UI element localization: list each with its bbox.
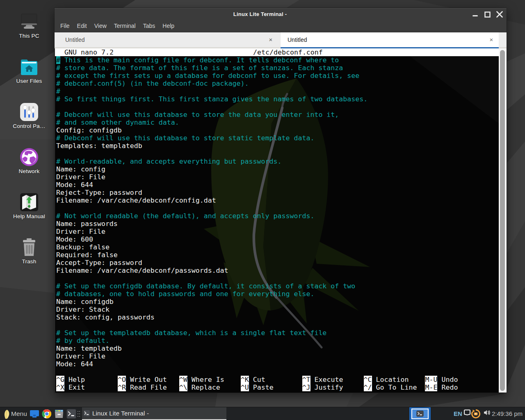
nano-shortcut: M-U Undo [425, 376, 458, 383]
desktop-icon-label: Network [5, 168, 54, 174]
updates-tray-icon[interactable] [471, 409, 481, 419]
tab-close-icon[interactable]: × [487, 35, 496, 44]
nano-shortcut-label: Help [64, 376, 85, 383]
taskbar-window-button-label: Linux Lite Terminal - [92, 407, 149, 419]
desktop-icon-user-files[interactable]: User Files [5, 56, 54, 84]
nano-shortcut-label: Location [372, 376, 409, 383]
nano-line: # by default. [56, 337, 110, 345]
nano-line: # Not world readable (the default), and … [56, 212, 314, 220]
nano-line: # debconf.conf(5) (in the debconf-doc pa… [56, 80, 249, 87]
panel-separator-handle[interactable] [77, 411, 80, 417]
tray-terminal-icon [416, 411, 424, 417]
nano-shortcut-key: ^K [241, 376, 249, 383]
nano-shortcut-key: ^O [118, 376, 126, 383]
nano-shortcut-label: Undo [437, 376, 458, 383]
menu-tabs[interactable]: Tabs [139, 20, 159, 32]
nano-line: # Set up the templatedb database, which … [56, 329, 326, 337]
tab-untitled-2[interactable]: Untitled × [281, 32, 499, 48]
nano-line: Filename: /var/cache/debconf/config.dat [56, 196, 216, 204]
nano-shortcut-label: Cut [249, 376, 265, 383]
nano-line: # databases, one to hold passwords and o… [56, 290, 314, 298]
nano-shortcut-label: Write Out [126, 376, 167, 383]
nano-cursor: # [56, 56, 60, 64]
desktop-icon-label: Help Manual [5, 213, 54, 219]
nano-header: GNU nano 7.2 /etc/debconf.conf [55, 48, 499, 56]
clock[interactable]: 2:49:36 pm [492, 407, 523, 420]
nano-shortcut: ^T Execute [302, 376, 343, 383]
desktop-icon-label: Control Pa… [5, 123, 54, 129]
chrome-icon[interactable] [42, 409, 52, 419]
nano-file-path: /etc/debconf.conf [253, 48, 323, 56]
nano-line: Reject-Type: password [56, 189, 142, 196]
nano-shortcut-key: ^C [364, 376, 372, 383]
nano-shortcut-key: ^X [56, 383, 64, 391]
nano-shortcut-key: ^J [302, 383, 310, 391]
nano-editor: GNU nano 7.2 /etc/debconf.conf # This is… [55, 48, 499, 393]
nano-shortcut: ^G Help [56, 376, 85, 383]
nano-line: # [56, 87, 60, 95]
menu-file[interactable]: File [57, 20, 73, 32]
file-manager-icon[interactable] [54, 409, 64, 419]
tab-close-icon[interactable]: × [266, 35, 275, 44]
nano-shortcut-label: Justify [310, 383, 343, 391]
nano-line: Name: config [56, 165, 105, 173]
display-tray-icon[interactable] [464, 409, 470, 415]
terminal-window: Linux Lite Terminal - File Edit View Ter… [55, 8, 507, 393]
nano-shortcut-label: Redo [437, 383, 458, 391]
desktop-icon-label: Trash [5, 258, 54, 265]
menu-button-label: Menu [11, 407, 27, 420]
scrollbar-thumb[interactable] [500, 50, 505, 391]
nano-shortcut-key: ^T [302, 376, 310, 383]
nano-line: # Debconf will use this database to stor… [56, 111, 339, 119]
menu-button[interactable]: Menu [0, 407, 29, 420]
desktop-icon-help-manual[interactable]: Help Manual [5, 191, 54, 219]
desktop-icon-network[interactable]: Network [5, 146, 54, 174]
terminal-launcher-icon[interactable] [66, 409, 76, 419]
close-button[interactable] [493, 9, 506, 20]
desktop-icon-this-pc[interactable]: This PC [5, 11, 54, 39]
nano-line: Name: passwords [56, 220, 118, 228]
maximize-button[interactable] [481, 9, 493, 20]
menu-view[interactable]: View [91, 20, 110, 32]
menu-help[interactable]: Help [159, 20, 178, 32]
menu-edit[interactable]: Edit [73, 20, 91, 32]
tab-untitled-1[interactable]: Untitled × [55, 32, 280, 48]
volume-tray-icon[interactable] [484, 409, 490, 416]
nano-shortcut: ^J Justify [302, 383, 343, 391]
show-desktop-icon[interactable] [30, 409, 39, 419]
window-titlebar[interactable]: Linux Lite Terminal - [55, 9, 507, 20]
nano-line: # Debconf will use this database to stor… [56, 134, 314, 142]
nano-line: Driver: File [56, 352, 105, 360]
keyboard-layout-indicator[interactable]: EN [454, 407, 462, 420]
nano-shortcut: ^W Where Is [179, 376, 224, 383]
nano-line: Mode: 644 [56, 360, 93, 368]
tabbar: Untitled × Untitled × [55, 32, 507, 48]
nano-shortcut-key: ^W [179, 376, 187, 383]
taskbar-window-button[interactable]: Linux Lite Terminal - [82, 407, 226, 420]
nano-shortcut-label: Paste [249, 383, 274, 391]
nano-shortcut: ^O Write Out [118, 376, 167, 383]
nano-shortcut-label: Exit [64, 383, 85, 391]
menubar: File Edit View Terminal Tabs Help [55, 20, 507, 32]
nano-shortcut-key: ^\ [179, 383, 187, 391]
desktop-icon-control-panel[interactable]: Control Pa… [5, 101, 54, 129]
nano-shortcut: ^X Exit [56, 383, 85, 391]
nano-shortcut: ^R Read File [118, 383, 167, 391]
nano-shortcut-key: M-U [425, 376, 437, 383]
user-files-icon [5, 56, 54, 76]
nano-shortcut-key: ^/ [364, 383, 372, 391]
nano-shortcut: M-E Redo [425, 383, 458, 391]
nano-shortcut-key: ^G [56, 376, 64, 383]
minimize-button[interactable] [469, 9, 481, 20]
terminal-scrollbar[interactable] [499, 48, 507, 393]
desktop-icon-trash[interactable]: Trash [5, 236, 54, 265]
nano-shortcut-row-2: ^X Exit^R Read File^\ Replace^U Paste^J … [55, 383, 499, 391]
tray-active-terminal-button[interactable] [409, 407, 431, 420]
nano-shortcut: ^/ Go To Line [364, 383, 417, 391]
nano-line: Mode: 600 [56, 235, 93, 243]
terminal-screen[interactable]: GNU nano 7.2 /etc/debconf.conf # This is… [55, 48, 499, 393]
desktop: This PC User Files [0, 0, 525, 420]
menu-terminal[interactable]: Terminal [110, 20, 139, 32]
nano-line: # store data. The format of this file is… [56, 64, 343, 72]
desktop-icon-label: This PC [5, 33, 54, 39]
